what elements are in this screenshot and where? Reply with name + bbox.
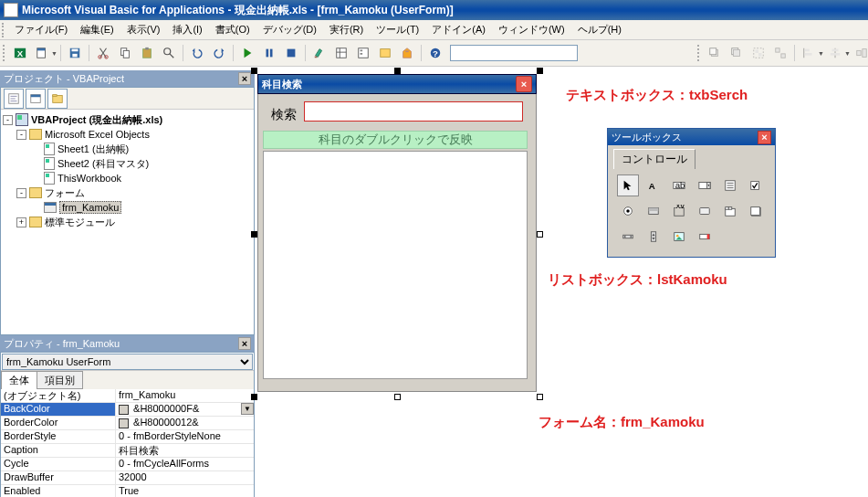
center-dd[interactable]: ▼ — [824, 43, 851, 63]
insert-dd[interactable]: ▼ — [31, 43, 58, 63]
tool-label-icon[interactable]: A — [643, 174, 664, 196]
property-row[interactable]: Enabled True — [1, 485, 254, 497]
svg-rect-42 — [831, 49, 838, 52]
properties-icon[interactable] — [353, 43, 373, 63]
tool-togglebutton-icon[interactable] — [643, 200, 664, 222]
tool-pointer-icon[interactable] — [617, 174, 639, 196]
menu-insert[interactable]: 挿入(I) — [166, 21, 208, 38]
menu-debug[interactable]: デバッグ(D) — [256, 21, 323, 38]
tree-thisworkbook[interactable]: ThisWorkbook — [58, 173, 121, 184]
tool-commandbutton-icon[interactable] — [694, 200, 716, 222]
bring-front-icon[interactable] — [705, 43, 725, 63]
property-row[interactable]: Cycle 0 - fmCycleAllForms — [1, 458, 254, 471]
tree-collapse-icon[interactable]: - — [16, 130, 26, 140]
menu-help[interactable]: ヘルプ(H) — [571, 21, 628, 38]
property-row[interactable]: (オブジェクト名) frm_Kamoku — [1, 389, 254, 403]
toolbox-icon[interactable] — [397, 43, 417, 63]
size-dd[interactable]: ▼ — [851, 43, 868, 63]
tree-sheet2[interactable]: Sheet2 (科目マスタ) — [58, 157, 149, 171]
help-search-input[interactable] — [450, 45, 578, 61]
tool-scrollbar-icon[interactable] — [617, 226, 639, 248]
view-object-icon[interactable] — [26, 89, 46, 109]
tool-listbox-icon[interactable] — [719, 174, 741, 196]
group-icon[interactable] — [748, 43, 769, 63]
userform-body[interactable]: 検索 科目のダブルクリックで反映 — [257, 94, 537, 392]
tool-multipage-icon[interactable] — [745, 200, 767, 222]
reset-icon[interactable] — [281, 43, 301, 63]
tree-project[interactable]: VBAProject (現金出納帳.xls) — [31, 113, 162, 127]
tree-folder-modules[interactable]: 標準モジュール — [45, 216, 115, 229]
send-back-icon[interactable] — [727, 43, 747, 63]
svg-text:A: A — [649, 181, 655, 191]
toolbox-window[interactable]: ツールボックス × コントロール A ab| xv — [607, 128, 776, 258]
design-surface[interactable]: 科目検索 × 検索 科目のダブルクリックで反映 テキストボックス：txbSerc… — [256, 70, 868, 497]
redo-icon[interactable] — [209, 43, 229, 63]
break-icon[interactable] — [259, 43, 279, 63]
tool-frame-icon[interactable]: xv — [668, 200, 690, 222]
tree-folder-excel-objects[interactable]: Microsoft Excel Objects — [45, 129, 150, 140]
tree-sheet1[interactable]: Sheet1 (出納帳) — [58, 143, 129, 156]
menu-tools[interactable]: ツール(T) — [370, 21, 425, 38]
menu-window[interactable]: ウィンドウ(W) — [492, 21, 571, 38]
find-icon[interactable] — [159, 43, 179, 63]
txbSerch-textbox[interactable] — [304, 101, 523, 122]
object-browser-icon[interactable] — [375, 43, 395, 63]
svg-point-82 — [676, 235, 679, 238]
toolbox-close-icon[interactable]: × — [758, 131, 771, 144]
cut-icon[interactable] — [93, 43, 113, 63]
lstKamoku-listbox[interactable] — [263, 151, 528, 379]
project-tree[interactable]: -VBAProject (現金出納帳.xls) -Microsoft Excel… — [1, 110, 254, 334]
properties-tab-categorized[interactable]: 項目別 — [37, 371, 83, 389]
menu-view[interactable]: 表示(V) — [120, 21, 167, 38]
tool-optionbutton-icon[interactable] — [617, 200, 639, 222]
toolbox-tab-controls[interactable]: コントロール — [613, 149, 695, 169]
properties-grid[interactable]: (オブジェクト名) frm_KamokuBackColor &H8000000F… — [1, 389, 254, 497]
tool-spinbutton-icon[interactable] — [643, 226, 664, 248]
property-row[interactable]: BorderColor &H80000012& — [1, 417, 254, 430]
menu-edit[interactable]: 編集(E) — [74, 21, 120, 38]
view-excel-icon[interactable]: X — [10, 43, 30, 63]
userform-designer[interactable]: 科目検索 × 検索 科目のダブルクリックで反映 — [257, 74, 537, 394]
menu-run[interactable]: 実行(R) — [323, 21, 370, 38]
tree-folder-forms[interactable]: フォーム — [45, 186, 85, 200]
toolbox-titlebar[interactable]: ツールボックス × — [608, 129, 775, 145]
tree-expand-icon[interactable]: + — [16, 217, 26, 227]
tool-checkbox-icon[interactable] — [745, 174, 767, 196]
copy-icon[interactable] — [115, 43, 135, 63]
run-icon[interactable] — [237, 43, 257, 63]
properties-pane-close-icon[interactable]: × — [238, 337, 251, 350]
svg-rect-12 — [145, 48, 149, 50]
undo-icon[interactable] — [187, 43, 207, 63]
tree-frm-kamoku[interactable]: frm_Kamoku — [59, 201, 121, 214]
project-explorer-icon[interactable] — [331, 43, 351, 63]
help-icon[interactable]: ? — [425, 43, 445, 63]
menu-format[interactable]: 書式(O) — [209, 21, 256, 38]
tree-collapse-icon[interactable]: - — [3, 115, 13, 125]
align-dd[interactable]: ▼ — [798, 43, 824, 63]
tool-textbox-icon[interactable]: ab| — [668, 174, 690, 196]
project-pane-close-icon[interactable]: × — [238, 72, 251, 85]
tool-image-icon[interactable] — [668, 226, 690, 248]
userform-close-icon[interactable]: × — [516, 76, 532, 92]
view-code-icon[interactable] — [4, 89, 24, 109]
save-icon[interactable] — [65, 43, 85, 63]
tree-collapse-icon[interactable]: - — [16, 188, 26, 198]
property-row[interactable]: BackColor &H8000000F&▼ — [1, 403, 254, 417]
menu-addins[interactable]: アドイン(A) — [425, 21, 492, 38]
property-row[interactable]: DrawBuffer 32000 — [1, 471, 254, 485]
properties-object-combo[interactable]: frm_Kamoku UserForm — [1, 353, 254, 371]
properties-object-select[interactable]: frm_Kamoku UserForm — [2, 354, 253, 370]
svg-rect-76 — [728, 207, 732, 210]
tool-tabstrip-icon[interactable] — [719, 200, 741, 222]
menu-file[interactable]: ファイル(F) — [8, 21, 74, 38]
tool-refedit-icon[interactable] — [694, 226, 716, 248]
properties-tab-all[interactable]: 全体 — [1, 371, 37, 389]
ungroup-icon[interactable] — [770, 43, 790, 63]
design-mode-icon[interactable] — [309, 43, 329, 63]
toggle-folders-icon[interactable] — [47, 89, 68, 109]
property-row[interactable]: BorderStyle 0 - fmBorderStyleNone — [1, 430, 254, 444]
property-row[interactable]: Caption 科目検索 — [1, 444, 254, 458]
annotation-txbserch: テキストボックス：txbSerch — [566, 87, 748, 104]
paste-icon[interactable] — [137, 43, 157, 63]
tool-combobox-icon[interactable] — [694, 174, 716, 196]
